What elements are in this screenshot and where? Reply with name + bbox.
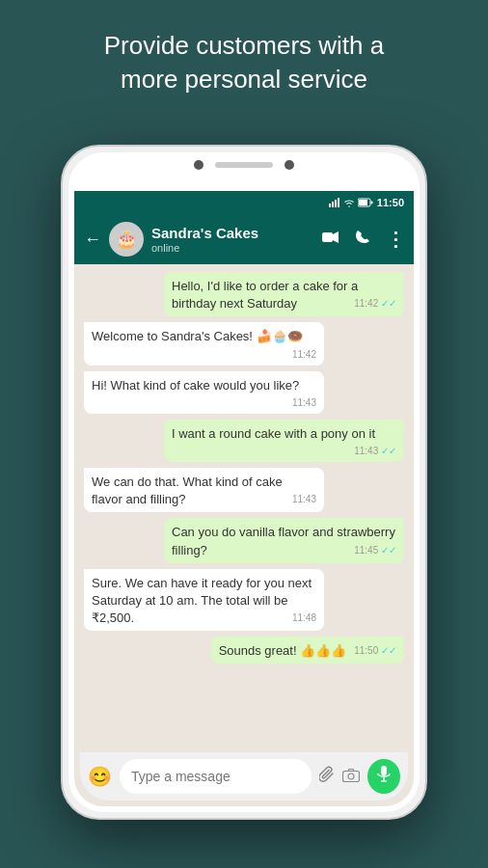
svg-rect-9 xyxy=(343,771,360,781)
attach-icon[interactable] xyxy=(319,766,335,788)
received-message: Hi! What kind of cake would you like?11:… xyxy=(84,371,324,414)
message-3: Hi! What kind of cake would you like?11:… xyxy=(84,371,404,414)
message-6: Can you do vanilla flavor and strawberry… xyxy=(84,518,404,562)
message-time: 11:48 xyxy=(292,611,316,625)
phone-inner: 11:50 ← 🎂 Sandra's Cakes online xyxy=(68,152,420,812)
video-call-icon[interactable] xyxy=(322,231,339,248)
svg-rect-7 xyxy=(322,232,333,242)
back-button[interactable]: ← xyxy=(84,230,101,250)
read-receipt: ✓✓ xyxy=(381,446,396,456)
signal-icon xyxy=(329,198,340,207)
message-text: Hi! What kind of cake would you like? xyxy=(92,378,299,393)
received-message: Welcome to Sandra's Cakes! 🍰🧁🍩11:42 xyxy=(84,322,324,365)
mic-button[interactable] xyxy=(367,759,400,794)
front-camera xyxy=(194,160,203,170)
svg-rect-1 xyxy=(332,202,334,207)
input-area: 😊 xyxy=(80,752,408,800)
header-text: Provide customers with a more personal s… xyxy=(0,29,488,96)
message-time: 11:43 xyxy=(292,396,316,410)
received-message: We can do that. What kind of cake flavor… xyxy=(84,468,324,512)
chat-header: ← 🎂 Sandra's Cakes online xyxy=(74,214,414,264)
svg-rect-5 xyxy=(359,200,367,205)
svg-rect-3 xyxy=(338,198,339,207)
message-8: Sounds great! 👍👍👍11:50 ✓✓ xyxy=(84,637,404,664)
header-actions: ⋮ xyxy=(322,228,404,251)
svg-rect-2 xyxy=(335,200,337,207)
contact-name: Sandra's Cakes xyxy=(151,225,314,242)
sent-message: Hello, I'd like to order a cake for a bi… xyxy=(164,272,404,316)
mic-icon xyxy=(377,766,391,787)
message-input[interactable] xyxy=(120,759,312,794)
status-icons xyxy=(329,198,373,207)
contact-info: Sandra's Cakes online xyxy=(151,225,314,254)
svg-point-10 xyxy=(348,773,354,779)
message-time: 11:50 ✓✓ xyxy=(354,644,396,658)
message-text: I want a round cake with a pony on it xyxy=(172,426,375,441)
svg-marker-8 xyxy=(333,231,339,243)
read-receipt: ✓✓ xyxy=(381,645,396,656)
status-bar: 11:50 xyxy=(74,191,414,214)
messages-area[interactable]: Hello, I'd like to order a cake for a bi… xyxy=(74,264,414,758)
message-4: I want a round cake with a pony on it11:… xyxy=(84,420,404,462)
message-7: Sure. We can have it ready for you next … xyxy=(84,569,404,632)
message-time: 11:42 xyxy=(292,348,316,362)
message-time: 11:42 ✓✓ xyxy=(354,297,396,311)
status-time: 11:50 xyxy=(377,197,404,208)
received-message: Sure. We can have it ready for you next … xyxy=(84,569,324,632)
read-receipt: ✓✓ xyxy=(381,545,396,556)
svg-rect-6 xyxy=(370,202,372,204)
message-time: 11:43 ✓✓ xyxy=(354,445,396,458)
message-1: Hello, I'd like to order a cake for a bi… xyxy=(84,272,404,316)
svg-rect-0 xyxy=(329,203,331,207)
contact-status: online xyxy=(151,242,314,254)
sent-message: Sounds great! 👍👍👍11:50 ✓✓ xyxy=(211,637,404,664)
phone-camera-area xyxy=(194,160,294,170)
message-5: We can do that. What kind of cake flavor… xyxy=(84,468,404,512)
message-text: Hello, I'd like to order a cake for a bi… xyxy=(172,279,358,311)
message-time: 11:43 xyxy=(292,493,316,506)
phone-icon[interactable] xyxy=(355,230,370,249)
camera-icon[interactable] xyxy=(342,767,360,787)
emoji-button[interactable]: 😊 xyxy=(88,765,112,788)
chat-screen: 11:50 ← 🎂 Sandra's Cakes online xyxy=(74,191,414,806)
message-text: Sure. We can have it ready for you next … xyxy=(92,576,312,625)
message-text: Sounds great! 👍👍👍 xyxy=(219,643,347,658)
proximity-sensor xyxy=(285,160,294,170)
message-2: Welcome to Sandra's Cakes! 🍰🧁🍩11:42 xyxy=(84,322,404,365)
read-receipt: ✓✓ xyxy=(381,298,396,309)
contact-avatar: 🎂 xyxy=(109,222,144,257)
phone-speaker xyxy=(215,162,273,168)
svg-rect-11 xyxy=(381,766,387,775)
message-text: We can do that. What kind of cake flavor… xyxy=(92,475,283,506)
wifi-icon xyxy=(343,198,355,207)
message-time: 11:45 ✓✓ xyxy=(354,544,396,557)
message-text: Welcome to Sandra's Cakes! 🍰🧁🍩 xyxy=(92,329,303,343)
more-options-icon[interactable]: ⋮ xyxy=(386,228,404,251)
sent-message: Can you do vanilla flavor and strawberry… xyxy=(164,518,404,562)
sent-message: I want a round cake with a pony on it11:… xyxy=(164,420,404,462)
battery-icon xyxy=(358,198,373,207)
phone-frame: 11:50 ← 🎂 Sandra's Cakes online xyxy=(61,145,427,820)
